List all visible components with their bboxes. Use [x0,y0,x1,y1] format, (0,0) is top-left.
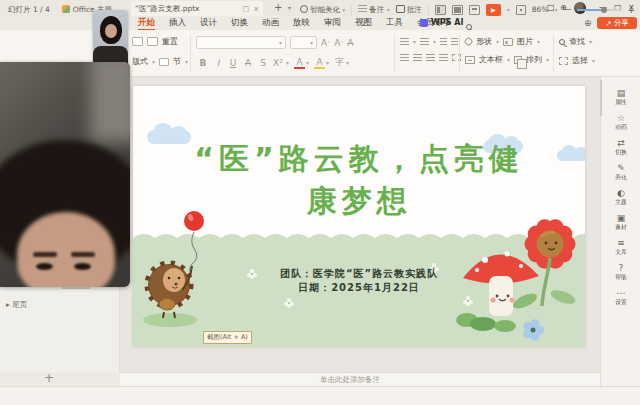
theme-icon: ◐ [604,188,638,198]
slide-counter: 幻灯片 1 / 4 [8,5,50,15]
ribbon-separator [190,34,191,72]
tab-list-dropdown-icon[interactable]: ▾ [288,4,291,11]
ribbon-separator [459,34,460,72]
sidebar-item-settings[interactable]: ⋯ 设置 [604,288,638,307]
webcam-background [90,62,130,142]
white-flower-decoration [466,299,470,303]
animation-icon: ☆ [604,113,638,123]
clear-format-button[interactable]: A [347,38,353,48]
material-icon: ▣ [604,213,638,223]
notes-bar[interactable]: 单击此处添加备注 [120,372,600,386]
zoom-level[interactable]: 86% [532,5,549,14]
sidebar-item-theme[interactable]: ◐ 主题 [604,188,638,207]
menu-tab-insert[interactable]: 插入 [162,17,193,29]
document-tab-title: “医”路云支教.pptx [135,4,239,14]
play-slideshow-button[interactable]: ▶ [486,4,501,16]
menu-tab-transition[interactable]: 切换 [224,17,255,29]
sidebar-item-animation[interactable]: ☆ 动画 [604,113,638,132]
arrange-button[interactable]: 排列 [526,54,542,65]
decrease-indent-icon[interactable] [440,38,447,45]
shapes-button[interactable]: 形状 [476,36,492,47]
shrink-font-button[interactable]: A˅ [334,38,343,48]
wps-ai-button[interactable]: WPS AI [420,18,463,27]
textbox-icon [465,56,475,64]
notes-button[interactable]: 备注 ▾ [358,5,389,15]
underline-button[interactable]: U [226,58,240,68]
zoom-dropdown[interactable]: ▾ [554,6,557,13]
ribbon-insert-group: 形状 ▾ 图片 ▾ 文本框 ▾ 排列 ▾ [465,36,549,65]
ribbon-slides-group: 重置 版式 ▾ 节 ▾ [132,36,188,67]
fit-to-window-icon[interactable] [516,5,526,15]
white-flower-decoration [287,301,291,305]
zoom-slider-knob[interactable] [601,7,607,13]
sidebar-item-transition[interactable]: ⇄ 切换 [604,138,638,157]
font-color-button[interactable]: A [294,57,305,69]
tab-restore-icon[interactable]: □ [243,5,250,13]
comment-button[interactable]: 批注 [396,5,422,15]
reset-button[interactable]: 重置 [162,36,178,47]
reset-icon[interactable] [147,37,158,46]
textbox-button[interactable]: 文本框 [479,54,503,65]
cloud-upload-icon[interactable]: ⊕ [584,18,592,28]
layout-button[interactable]: 版式 [132,56,148,67]
menu-tab-animation[interactable]: 动画 [255,17,286,29]
menu-tab-home[interactable]: 开始 [131,17,162,29]
share-arrow-icon: ↗ [605,19,611,28]
highlight-color-button[interactable]: A [314,57,325,69]
webcam-person-forehead [17,212,115,287]
layout-icon[interactable] [132,37,143,46]
section-icon [159,58,169,66]
slide-subtitle-textbox[interactable]: 团队：医学院“医”路云教实践队 日期：2025年1月22日 [133,267,585,295]
new-tab-button[interactable]: + [274,2,282,13]
zoom-in-button[interactable]: + [627,5,635,15]
bold-button[interactable]: B [196,58,210,68]
align-center-icon[interactable] [413,54,422,61]
sidebar-item-help[interactable]: ? 帮助 [604,263,638,282]
sidebar-item-beautify[interactable]: ✎ 美化 [604,163,638,182]
status-bar [0,386,640,405]
strikethrough-button[interactable]: A [241,58,255,68]
menu-tab-design[interactable]: 设计 [193,17,224,29]
webcam-person-face [105,24,117,38]
select-button[interactable]: 选择 [572,55,588,66]
numbering-icon[interactable] [420,38,429,45]
add-slide-button[interactable]: + [44,371,54,385]
sidebar-item-material[interactable]: ▣ 素材 [604,213,638,232]
thumbnail-section-label[interactable]: ▸ 尾页 [6,300,27,310]
bullets-icon[interactable] [400,38,409,45]
play-options-dropdown[interactable]: ▾ [507,6,510,13]
library-icon: ≡ [604,238,638,248]
sidebar-item-library[interactable]: ≡ 文库 [604,238,638,257]
sidebar-item-properties[interactable]: ▤ 属性 [604,88,638,107]
shadow-button[interactable]: S [256,58,270,68]
increase-indent-icon[interactable] [451,38,458,45]
align-left-icon[interactable] [400,54,409,61]
grow-font-button[interactable]: A˄ [321,38,330,48]
properties-icon: ▤ [604,88,638,98]
character-spacing-button[interactable]: 字 [334,56,345,69]
tab-close-icon[interactable]: × [253,5,259,13]
zoom-out-button[interactable]: — [563,5,571,14]
normal-view-button[interactable] [435,5,446,15]
font-family-select[interactable]: ▾ [196,36,286,49]
justify-icon[interactable] [439,54,448,61]
notes-placeholder[interactable]: 单击此处添加备注 [320,375,380,385]
smart-beautify-button[interactable]: 智能美化 ▾ [300,5,345,15]
italic-button[interactable]: I [211,58,225,68]
picture-icon [503,38,513,46]
superscript-button[interactable]: X² [271,58,285,68]
section-button[interactable]: 节 [173,56,181,67]
picture-button[interactable]: 图片 [517,36,533,47]
slide-editing-area[interactable]: “医”路云教，点亮健 康梦想 [133,86,585,347]
zoom-slider[interactable] [577,9,621,11]
find-button[interactable]: 查找 [569,36,585,47]
canvas-scrollbar[interactable] [600,80,602,116]
notes-lines-icon [358,5,367,12]
font-size-select[interactable]: ▾ [290,36,317,49]
align-right-icon[interactable] [426,54,435,61]
slide-sorter-view-button[interactable] [452,5,463,15]
ribbon-find-group: 查找 ▾ 选择 ▾ [559,36,595,66]
document-tab[interactable]: “医”路云支教.pptx □ × [131,1,263,16]
reading-view-button[interactable] [469,5,480,15]
webcam-feed-large[interactable] [0,62,130,287]
